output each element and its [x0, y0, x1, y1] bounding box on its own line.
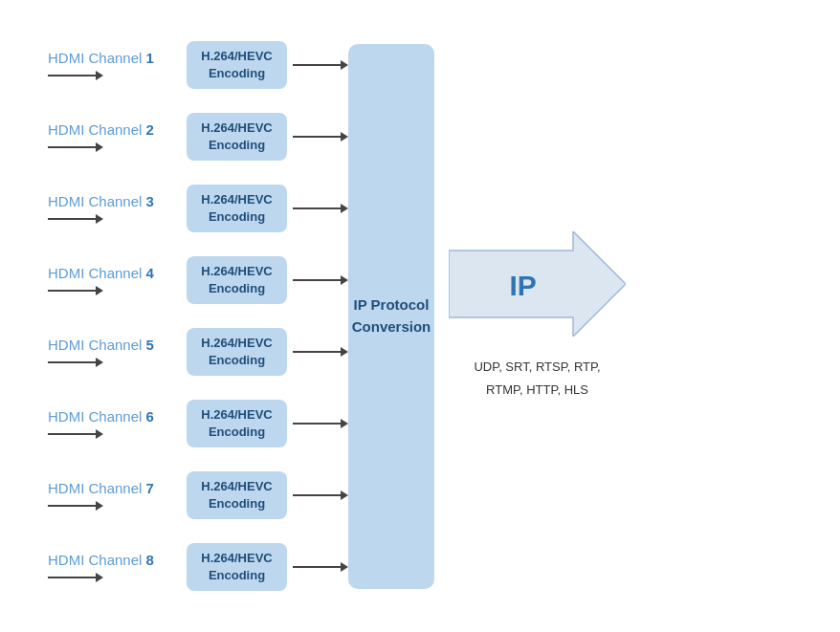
diagram-container: HDMI Channel 1H.264/HEVCEncodingHDMI Cha…: [0, 0, 840, 632]
svg-marker-0: [449, 231, 626, 337]
channel-arrow-line: [48, 361, 96, 363]
channel-arrow-head: [96, 286, 103, 295]
channel-row: HDMI Channel 6H.264/HEVCEncoding: [48, 392, 348, 455]
channel-row: HDMI Channel 1H.264/HEVCEncoding: [48, 33, 348, 97]
channel-arrow-head: [96, 429, 103, 439]
channel-arrow-head: [96, 142, 103, 152]
mid-arrow-head: [341, 60, 348, 70]
channel-label: HDMI Channel 8: [48, 552, 187, 568]
channel-row: HDMI Channel 7H.264/HEVCEncoding: [48, 464, 348, 527]
mid-arrow-line: [293, 279, 341, 281]
mid-arrow-head: [341, 275, 348, 285]
mid-arrow-line: [293, 136, 341, 138]
big-arrow-wrapper: IP: [449, 231, 626, 340]
encoding-box: H.264/HEVCEncoding: [187, 185, 287, 232]
channel-arrow-line: [48, 577, 96, 578]
channel-row: HDMI Channel 2H.264/HEVCEncoding: [48, 105, 348, 168]
channel-arrow-line: [48, 290, 96, 292]
channel-label: HDMI Channel 3: [48, 193, 187, 209]
protocol-conversion-box: IP ProtocolConversion: [348, 44, 434, 589]
mid-arrow-line: [293, 423, 341, 425]
channel-label: HDMI Channel 5: [48, 337, 187, 353]
encoding-box: H.264/HEVCEncoding: [187, 256, 287, 304]
channel-arrow-head: [96, 573, 103, 582]
mid-arrow-head: [341, 562, 348, 572]
channel-row: HDMI Channel 8H.264/HEVCEncoding: [48, 535, 348, 599]
channel-label: HDMI Channel 1: [48, 50, 187, 66]
mid-arrow-head: [341, 419, 348, 428]
channel-arrow-line: [48, 505, 96, 507]
channel-label: HDMI Channel 2: [48, 121, 187, 138]
mid-arrow-head: [341, 347, 348, 357]
ip-label: IP: [510, 270, 537, 302]
encoding-box: H.264/HEVCEncoding: [187, 113, 287, 161]
channel-arrow-line: [48, 75, 96, 76]
channel-label: HDMI Channel 4: [48, 265, 187, 281]
channel-label: HDMI Channel 7: [48, 480, 187, 496]
channel-arrow-line: [48, 433, 96, 435]
channel-arrow-line: [48, 146, 96, 148]
mid-arrow-line: [293, 494, 341, 496]
encoding-box: H.264/HEVCEncoding: [187, 471, 287, 519]
channel-row: HDMI Channel 4H.264/HEVCEncoding: [48, 249, 348, 312]
channel-row: HDMI Channel 5H.264/HEVCEncoding: [48, 320, 348, 383]
channel-arrow-head: [96, 501, 103, 511]
mid-arrow-head: [341, 490, 348, 500]
channel-arrow-line: [48, 218, 96, 220]
mid-arrow-line: [293, 566, 341, 568]
channel-label: HDMI Channel 6: [48, 408, 187, 425]
mid-arrow-line: [293, 207, 341, 209]
channel-arrow-head: [96, 214, 103, 224]
mid-arrow-line: [293, 64, 341, 66]
mid-arrow-head: [341, 132, 348, 142]
channel-arrow-head: [96, 358, 103, 367]
encoding-box: H.264/HEVCEncoding: [187, 41, 287, 89]
protocols-text: UDP, SRT, RTSP, RTP,RTMP, HTTP, HLS: [449, 356, 626, 401]
encoding-box: H.264/HEVCEncoding: [187, 400, 287, 447]
encoding-box: H.264/HEVCEncoding: [187, 328, 287, 376]
channels-col: HDMI Channel 1H.264/HEVCEncodingHDMI Cha…: [48, 30, 348, 603]
encoding-box: H.264/HEVCEncoding: [187, 543, 287, 591]
right-section: IPUDP, SRT, RTSP, RTP,RTMP, HTTP, HLS: [449, 30, 626, 603]
mid-arrow-line: [293, 351, 341, 353]
channel-row: HDMI Channel 3H.264/HEVCEncoding: [48, 177, 348, 240]
mid-arrow-head: [341, 204, 348, 213]
channel-arrow-head: [96, 71, 103, 80]
